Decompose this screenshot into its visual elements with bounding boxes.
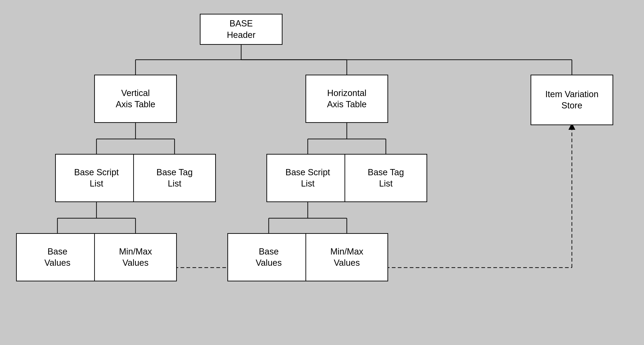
vert-minmax-values-node: Min/Max Values <box>94 233 177 281</box>
horizontal-axis-table-node: Horizontal Axis Table <box>306 75 388 123</box>
base-header-node: BASE Header <box>200 14 282 45</box>
vertical-axis-table-node: Vertical Axis Table <box>94 75 177 123</box>
vert-base-script-list-node: Base Script List <box>55 154 138 202</box>
vert-base-tag-list-node: Base Tag List <box>133 154 216 202</box>
vert-base-values-node: Base Values <box>16 233 99 281</box>
horiz-base-values-node: Base Values <box>228 233 310 281</box>
diagram-container: BASE Header Vertical Axis Table Horizont… <box>0 0 644 345</box>
horiz-base-script-list-node: Base Script List <box>266 154 349 202</box>
item-variation-store-node: Item Variation Store <box>530 75 613 125</box>
horiz-minmax-values-node: Min/Max Values <box>306 233 388 281</box>
horiz-base-tag-list-node: Base Tag List <box>344 154 427 202</box>
